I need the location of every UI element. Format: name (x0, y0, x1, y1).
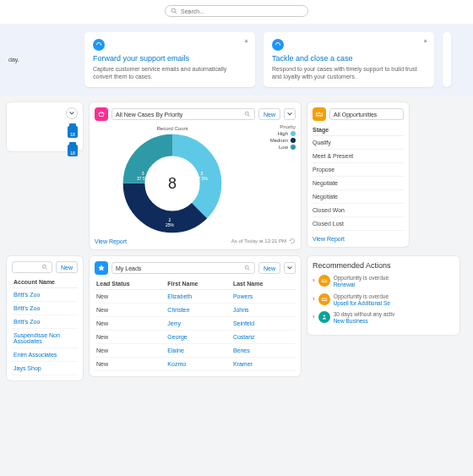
search-input[interactable] (181, 8, 302, 14)
left-tile-top: 18 18 (7, 102, 83, 151)
chevron-right-icon: › (313, 276, 315, 284)
select-label: All New Cases By Priority (116, 112, 244, 118)
view-select[interactable]: All New Cases By Priority (111, 108, 255, 120)
tip-card-peek[interactable] (443, 32, 451, 87)
refresh-icon[interactable] (289, 238, 296, 244)
rec-text: Opportunity is overdue Renewal (334, 275, 389, 288)
search-icon (244, 265, 251, 271)
close-icon[interactable]: × (423, 37, 427, 45)
accounts-table: Account Name Britt's Zoo Britt's Zoo Bri… (12, 276, 78, 375)
account-link[interactable]: Britt's Zoo (12, 315, 78, 329)
chart-title: Record Count (156, 126, 188, 131)
view-select[interactable] (12, 261, 52, 273)
chevron-right-icon: › (313, 295, 315, 303)
new-button[interactable]: New (56, 261, 78, 273)
stage-row[interactable]: Qualify (313, 136, 404, 150)
svg-point-0 (171, 8, 176, 13)
rec-link[interactable]: New Business (334, 318, 395, 325)
svg-line-8 (46, 268, 47, 270)
stage-row[interactable]: Closed Won (313, 204, 404, 217)
clipboard-icon[interactable]: 18 (68, 145, 78, 156)
basket-icon (97, 110, 106, 118)
view-report-link[interactable]: View Report (313, 236, 345, 242)
col-account-name: Account Name (12, 276, 78, 288)
svg-line-5 (248, 115, 250, 117)
table-row[interactable]: NewGeorgeCostanz (95, 331, 296, 344)
cases-by-priority-panel: All New Cases By Priority New Record Cou… (90, 102, 301, 249)
rec-item[interactable]: › Opportunity is overdue Upsell for Addi… (313, 293, 454, 307)
rec-link[interactable]: Upsell for Additional Se (334, 300, 390, 307)
tips-panel: day. × Forward your support emails Captu… (0, 24, 473, 96)
slice-label-high: 337.5% (137, 172, 149, 181)
close-icon[interactable]: × (244, 37, 248, 45)
star-icon (97, 264, 106, 272)
select-label: My Leads (116, 265, 244, 271)
stage-row[interactable]: Closed Lost (313, 217, 404, 231)
opportunities-panel: All Opportunities Stage Qualify Meet & P… (307, 102, 409, 247)
panel-menu[interactable] (284, 108, 296, 120)
tip-title: Tackle and close a case (272, 54, 426, 63)
new-button[interactable]: New (258, 262, 280, 274)
panel-icon (95, 261, 108, 275)
chart-legend: Priority High Medium Low (255, 124, 296, 234)
view-report-link[interactable]: View Report (95, 238, 127, 244)
col-first-name: First Name (166, 278, 231, 290)
as-of-text: As of Today at 12:21 PM (231, 238, 296, 244)
tip-card-close-case[interactable]: × Tackle and close a case Respond to you… (264, 32, 434, 87)
bolt-icon (93, 39, 105, 51)
svg-marker-9 (98, 265, 105, 271)
view-select[interactable]: All Opportunities (329, 108, 404, 120)
svg-point-4 (245, 112, 248, 115)
leads-table: Lead Status First Name Last Name NewEliz… (95, 278, 296, 371)
view-select[interactable]: My Leads (111, 262, 255, 274)
account-link[interactable]: Suspendisse Non Associates (12, 329, 78, 348)
stage-row[interactable]: Negotiate (313, 177, 404, 190)
rec-item[interactable]: › Opportunity is overdue Renewal (313, 275, 454, 288)
table-row[interactable]: NewElizabethPowers (95, 290, 296, 304)
stage-row[interactable]: Negotiate (313, 190, 404, 204)
chevron-down-icon (286, 265, 293, 271)
svg-line-1 (175, 12, 177, 14)
rec-link[interactable]: Renewal (334, 282, 389, 288)
chevron-down-icon (286, 111, 293, 118)
account-link[interactable]: Britt's Zoo (12, 302, 78, 315)
svg-point-7 (42, 265, 46, 268)
crown-icon (318, 293, 330, 305)
tip-card-forward-emails[interactable]: × Forward your support emails Capture cu… (84, 32, 255, 87)
legend-title: Priority (255, 124, 296, 129)
table-row[interactable]: NewJerrySeinfeld (95, 317, 296, 331)
account-link[interactable]: Britt's Zoo (12, 288, 78, 302)
stage-row[interactable]: Meet & Present (313, 150, 404, 163)
table-row[interactable]: NewChristenJohns (95, 304, 296, 317)
global-search[interactable] (165, 5, 308, 17)
panel-title: Recommended Actions (313, 261, 454, 270)
new-button[interactable]: New (258, 108, 280, 120)
table-row[interactable]: NewElaineBenes (95, 344, 296, 358)
dashboard-row-2: New Account Name Britt's Zoo Britt's Zoo… (0, 256, 473, 387)
chevron-right-icon: › (313, 313, 315, 320)
account-link[interactable]: Jays Shop (12, 362, 78, 375)
panel-icon (313, 107, 326, 121)
rec-text: 30 days without any activ New Business (334, 311, 395, 325)
dropdown-toggle[interactable] (66, 107, 78, 119)
crown-icon (315, 110, 323, 118)
slice-label-medium: 337.5% (196, 172, 208, 181)
col-last-name: Last Name (231, 278, 296, 290)
stage-row[interactable]: Propose (313, 163, 404, 177)
account-link[interactable]: Enim Associates (12, 348, 78, 362)
slice-label-low: 225% (166, 218, 174, 227)
clipboard-icon[interactable]: 18 (68, 126, 78, 138)
leads-panel: My Leads New Lead Status First Name Last… (90, 256, 301, 376)
rec-item[interactable]: › 30 days without any activ New Business (313, 311, 454, 325)
dashboard-row-1: 18 18 All New Cases By Priority New (0, 96, 473, 256)
legend-dot (291, 131, 296, 136)
table-row[interactable]: NewKozmoKramer (95, 358, 296, 371)
tip-desc: Capture customer service emails and auto… (93, 65, 247, 80)
legend-dot (291, 145, 296, 150)
tip-desc: Respond to your cases with timely suppor… (272, 65, 426, 80)
topbar (0, 0, 473, 24)
svg-marker-6 (290, 240, 291, 241)
tip-title: Forward your support emails (93, 54, 247, 63)
panel-menu[interactable] (284, 262, 296, 274)
select-label: All Opportunities (334, 112, 400, 118)
